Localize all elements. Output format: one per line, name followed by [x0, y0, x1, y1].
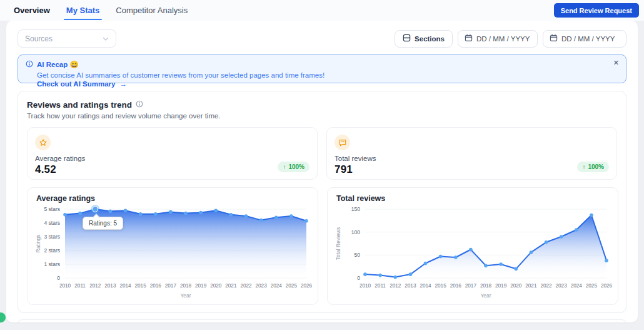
ai-summary-link[interactable]: Check out AI Summary → [37, 80, 127, 88]
charts-row: Average ratings Ratings: 5 5 stars4 star… [27, 187, 617, 305]
svg-text:2017: 2017 [165, 283, 177, 289]
next-section-peek [18, 319, 626, 322]
svg-text:2010: 2010 [360, 283, 371, 289]
filters-row: Sources Sections DD / MM / YYYY [18, 29, 626, 48]
svg-text:2011: 2011 [375, 283, 386, 289]
svg-text:2019: 2019 [495, 283, 507, 289]
svg-text:2018: 2018 [180, 283, 192, 289]
main-panel: Sources Sections DD / MM / YYYY [6, 21, 638, 322]
ai-summary-link-label: Check out AI Summary [37, 80, 115, 88]
date-controls-group: Sections DD / MM / YYYY DD / MM / YYYY [395, 30, 626, 48]
svg-text:2015: 2015 [135, 283, 147, 289]
close-icon[interactable]: ✕ [613, 59, 619, 66]
info-icon[interactable] [136, 99, 143, 110]
total-reviews-stat-card: Total reviews 791 ↑ 100% [326, 127, 617, 180]
svg-text:2015: 2015 [435, 283, 447, 289]
date-to-input[interactable]: DD / MM / YYYY [543, 30, 626, 48]
svg-text:2023: 2023 [256, 283, 268, 289]
svg-text:2017: 2017 [465, 283, 477, 289]
chat-fab-button[interactable] [0, 312, 6, 322]
chat-bubble-icon [335, 135, 350, 150]
stat-label: Total reviews [335, 155, 609, 162]
svg-text:0: 0 [357, 275, 360, 281]
svg-text:3 stars: 3 stars [44, 234, 60, 240]
svg-text:4 stars: 4 stars [44, 220, 60, 226]
top-navigation-bar: Overview My Stats Competitor Analysis Se… [0, 0, 644, 21]
stat-value: 4.52 [35, 163, 309, 176]
tab-overview[interactable]: Overview [14, 0, 50, 21]
average-ratings-chart-card: Average ratings Ratings: 5 5 stars4 star… [27, 187, 318, 305]
stat-label: Average ratings [35, 155, 309, 162]
date-from-input[interactable]: DD / MM / YYYY [458, 30, 538, 48]
ai-recap-title: AI Recap 😄 [37, 60, 79, 69]
total-reviews-chart-card: Total reviews 15010050020102011201220132… [327, 187, 618, 305]
tab-competitor-analysis[interactable]: Competitor Analysis [116, 0, 188, 21]
svg-text:2021: 2021 [225, 283, 237, 289]
chart-tooltip: Ratings: 5 [83, 217, 123, 230]
svg-text:Ratings: Ratings [35, 235, 41, 253]
svg-text:2023: 2023 [556, 283, 568, 289]
svg-text:0: 0 [57, 275, 60, 281]
change-badge: ↑ 100% [577, 162, 609, 172]
stats-row: Average ratings 4.52 ↑ 100% Total review… [27, 127, 617, 180]
svg-text:2016: 2016 [150, 283, 162, 289]
sections-button[interactable]: Sections [395, 30, 453, 48]
sections-icon [403, 34, 411, 43]
svg-text:2025: 2025 [586, 283, 598, 289]
svg-text:2019: 2019 [195, 283, 207, 289]
average-ratings-chart[interactable]: Ratings: 5 5 stars4 stars3 stars2 stars1… [34, 204, 313, 299]
send-review-request-button[interactable]: Send Review Request [554, 3, 639, 18]
ai-recap-description: Get concise AI summaries of customer rev… [37, 71, 618, 79]
svg-text:2022: 2022 [540, 283, 552, 289]
section-title: Reviews and ratings trend [27, 100, 132, 110]
svg-text:2 stars: 2 stars [44, 247, 60, 254]
svg-text:Year: Year [180, 292, 191, 299]
date-to-placeholder: DD / MM / YYYY [561, 35, 615, 43]
change-value: 100% [588, 163, 604, 170]
chart-title: Total reviews [336, 194, 613, 203]
svg-text:50: 50 [355, 252, 361, 258]
svg-text:2011: 2011 [74, 283, 86, 289]
average-ratings-stat-card: Average ratings 4.52 ↑ 100% [27, 127, 318, 180]
change-value: 100% [288, 163, 304, 170]
calendar-icon [465, 34, 473, 43]
svg-text:5 stars: 5 stars [44, 206, 60, 212]
svg-text:2012: 2012 [390, 283, 401, 289]
sources-select[interactable]: Sources [18, 29, 116, 48]
star-icon [35, 135, 51, 150]
svg-text:2014: 2014 [119, 283, 131, 289]
svg-text:2010: 2010 [59, 283, 71, 289]
svg-text:2026: 2026 [601, 283, 613, 289]
arrow-up-icon: ↑ [582, 163, 585, 170]
svg-text:Year: Year [480, 292, 491, 299]
svg-text:150: 150 [351, 206, 360, 212]
svg-text:2012: 2012 [89, 283, 101, 289]
info-icon [26, 59, 33, 70]
chevron-down-icon [103, 34, 109, 43]
stat-value: 791 [335, 163, 609, 176]
svg-text:2022: 2022 [240, 283, 252, 289]
change-badge: ↑ 100% [278, 162, 309, 172]
svg-text:2024: 2024 [271, 283, 283, 289]
svg-text:Total Reviews: Total Reviews [335, 227, 341, 260]
svg-text:2018: 2018 [480, 283, 492, 289]
chart-title: Average ratings [36, 194, 313, 203]
svg-text:2021: 2021 [525, 283, 537, 289]
section-subtitle: Track how your ratings and review volume… [27, 112, 617, 120]
tab-bar: Overview My Stats Competitor Analysis [14, 0, 188, 21]
svg-text:2013: 2013 [104, 283, 116, 289]
reviews-trend-section: Reviews and ratings trend Track how your… [18, 91, 626, 313]
arrow-up-icon: ↑ [283, 163, 286, 170]
svg-text:2020: 2020 [510, 283, 522, 289]
svg-text:2013: 2013 [405, 283, 416, 289]
svg-text:2025: 2025 [286, 283, 298, 289]
svg-text:2016: 2016 [450, 283, 462, 289]
svg-text:2026: 2026 [301, 283, 313, 289]
svg-text:2014: 2014 [420, 283, 431, 289]
svg-text:2020: 2020 [210, 283, 222, 289]
svg-text:1 stars: 1 stars [44, 261, 60, 267]
calendar-icon [550, 34, 558, 43]
total-reviews-chart[interactable]: 1501005002010201120122013201420152016201… [334, 204, 613, 299]
tab-my-stats[interactable]: My Stats [66, 0, 99, 21]
sources-select-placeholder: Sources [25, 34, 53, 43]
